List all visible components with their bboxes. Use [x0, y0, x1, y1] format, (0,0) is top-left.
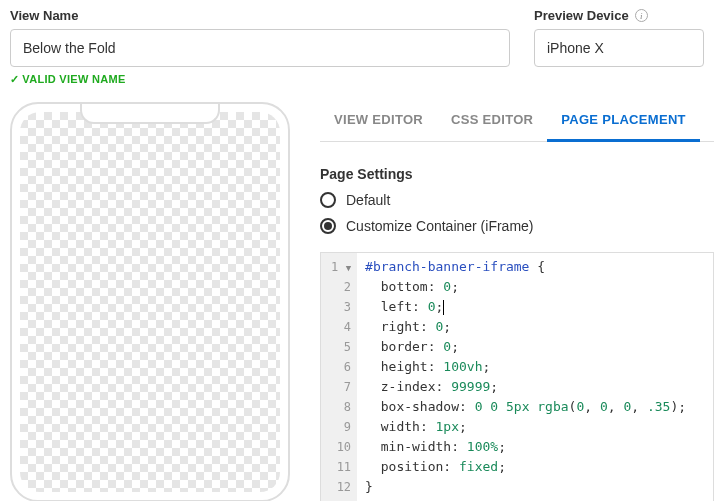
gutter-line: 1 ▼: [331, 257, 351, 277]
info-icon[interactable]: i: [635, 9, 648, 22]
gutter-line: 10: [331, 437, 351, 457]
page-settings-heading: Page Settings: [320, 166, 714, 182]
view-name-input[interactable]: [10, 29, 510, 67]
right-panel: VIEW EDITOR CSS EDITOR PAGE PLACEMENT DI…: [320, 102, 714, 501]
gutter-line: 9: [331, 417, 351, 437]
code-line[interactable]: }: [365, 477, 686, 497]
preview-device-value: iPhone X: [547, 40, 604, 56]
view-name-validation: VALID VIEW NAME: [10, 73, 510, 86]
code-line[interactable]: height: 100vh;: [365, 357, 686, 377]
code-line[interactable]: bottom: 0;: [365, 277, 686, 297]
phone-screen[interactable]: [20, 112, 280, 492]
code-line[interactable]: border: 0;: [365, 337, 686, 357]
phone-preview: [10, 102, 290, 501]
radio-default-label: Default: [346, 192, 390, 208]
code-line[interactable]: right: 0;: [365, 317, 686, 337]
gutter-line: 8: [331, 397, 351, 417]
code-editor[interactable]: 1 ▼23456789101112 #branch-banner-iframe …: [320, 252, 714, 501]
code-gutter: 1 ▼23456789101112: [321, 253, 357, 501]
gutter-line: 4: [331, 317, 351, 337]
code-line[interactable]: width: 1px;: [365, 417, 686, 437]
code-line[interactable]: z-index: 99999;: [365, 377, 686, 397]
tab-dismissal[interactable]: DISM: [700, 102, 714, 141]
gutter-line: 5: [331, 337, 351, 357]
view-name-label: View Name: [10, 8, 510, 23]
view-name-field-group: View Name VALID VIEW NAME: [10, 8, 510, 86]
preview-device-label: Preview Device i: [534, 8, 704, 23]
code-line[interactable]: left: 0;: [365, 297, 686, 317]
gutter-line: 6: [331, 357, 351, 377]
radio-customize-label: Customize Container (iFrame): [346, 218, 534, 234]
gutter-line: 3: [331, 297, 351, 317]
radio-default[interactable]: Default: [320, 192, 714, 208]
preview-device-field-group: Preview Device i iPhone X: [534, 8, 704, 86]
gutter-line: 12: [331, 477, 351, 497]
code-line[interactable]: #branch-banner-iframe {: [365, 257, 686, 277]
tab-view-editor[interactable]: VIEW EDITOR: [320, 102, 437, 141]
code-line[interactable]: position: fixed;: [365, 457, 686, 477]
tabs: VIEW EDITOR CSS EDITOR PAGE PLACEMENT DI…: [320, 102, 714, 142]
phone-notch: [80, 104, 220, 124]
preview-device-select[interactable]: iPhone X: [534, 29, 704, 67]
gutter-line: 2: [331, 277, 351, 297]
gutter-line: 11: [331, 457, 351, 477]
radio-default-circle: [320, 192, 336, 208]
gutter-line: 7: [331, 377, 351, 397]
code-line[interactable]: min-width: 100%;: [365, 437, 686, 457]
radio-customize-circle: [320, 218, 336, 234]
tab-page-placement[interactable]: PAGE PLACEMENT: [547, 102, 700, 142]
code-body[interactable]: #branch-banner-iframe { bottom: 0; left:…: [357, 253, 694, 501]
tab-css-editor[interactable]: CSS EDITOR: [437, 102, 547, 141]
preview-device-label-text: Preview Device: [534, 8, 629, 23]
code-line[interactable]: box-shadow: 0 0 5px rgba(0, 0, 0, .35);: [365, 397, 686, 417]
phone-frame: [10, 102, 290, 501]
radio-customize[interactable]: Customize Container (iFrame): [320, 218, 714, 234]
